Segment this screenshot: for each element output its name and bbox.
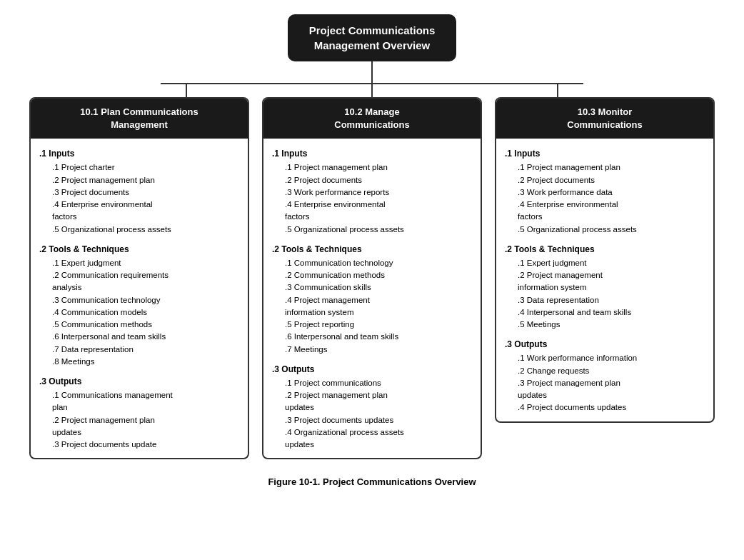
list-item: .2 Project documents [272, 174, 472, 186]
diagram-top: Project CommunicationsManagement Overvie… [94, 14, 650, 97]
section-title: .2 Tools & Techniques [39, 243, 239, 256]
list-item: .3 Project documents update [39, 439, 239, 451]
list-item: .2 Change requests [505, 365, 705, 377]
list-item: .2 Communication methods [272, 269, 472, 281]
list-item: .1 Project communications [272, 377, 472, 389]
list-item: .2 Project management plan [39, 174, 239, 186]
section-title: .3 Outputs [39, 375, 239, 388]
list-item: .1 Communication technology [272, 257, 472, 269]
list-item: .7 Meetings [272, 344, 472, 356]
list-item: .5 Organizational process assets [272, 224, 472, 236]
list-item: .1 Project management plan [505, 161, 705, 174]
list-item: .3 Work performance reports [272, 186, 472, 199]
list-item: .3 Communication skills [272, 281, 472, 294]
figure-caption: Figure 10-1. Project Communications Over… [268, 476, 476, 487]
list-item: .5 Meetings [505, 319, 705, 331]
list-item: .3 Project documents [39, 186, 239, 199]
list-item: .3 Work performance data [505, 186, 705, 199]
list-item: .3 Project documents updates [272, 414, 472, 426]
list-item: .4 Project documents updates [505, 401, 705, 414]
list-item: .8 Meetings [39, 356, 239, 368]
list-item: .7 Data representation [39, 344, 239, 356]
list-item: .4 Enterprise environmental factors [39, 199, 239, 224]
column-header-monitor: 10.3 MonitorCommunications [496, 99, 713, 139]
section-title: .3 Outputs [505, 338, 705, 351]
list-item: .2 Project management plan updates [272, 389, 472, 414]
column-body-manage: .1 Inputs.1 Project management plan.2 Pr… [263, 139, 481, 458]
section-title: .1 Inputs [272, 147, 472, 160]
column-header-manage: 10.2 ManageCommunications [263, 99, 481, 139]
list-item: .3 Data representation [505, 294, 705, 306]
column-monitor: 10.3 MonitorCommunications.1 Inputs.1 Pr… [495, 97, 715, 423]
list-item: .2 Project documents [505, 174, 705, 186]
list-item: .3 Project management plan updates [505, 377, 705, 402]
column-header-plan: 10.1 Plan CommunicationsManagement [31, 99, 248, 139]
column-connectors [94, 83, 650, 97]
top-connector [371, 61, 373, 83]
section-title: .1 Inputs [505, 147, 705, 160]
list-item: .3 Communication technology [39, 294, 239, 306]
list-item: .5 Organizational process assets [505, 224, 705, 236]
main-title-box: Project CommunicationsManagement Overvie… [288, 14, 457, 61]
section-title: .1 Inputs [39, 147, 239, 160]
list-item: .4 Enterprise environmental factors [272, 199, 472, 224]
list-item: .1 Communications management plan [39, 389, 239, 414]
column-body-monitor: .1 Inputs.1 Project management plan.2 Pr… [496, 139, 713, 421]
list-item: .4 Interpersonal and team skills [505, 306, 705, 319]
columns-container: 10.1 Plan CommunicationsManagement.1 Inp… [29, 97, 715, 459]
list-item: .5 Communication methods [39, 319, 239, 331]
main-title: Project CommunicationsManagement Overvie… [309, 24, 436, 51]
column-plan: 10.1 Plan CommunicationsManagement.1 Inp… [29, 97, 249, 459]
list-item: .2 Project management information system [505, 269, 705, 294]
list-item: .1 Expert judgment [505, 257, 705, 269]
list-item: .5 Project reporting [272, 319, 472, 331]
section-title: .2 Tools & Techniques [505, 243, 705, 256]
section-title: .3 Outputs [272, 363, 472, 376]
column-manage: 10.2 ManageCommunications.1 Inputs.1 Pro… [262, 97, 482, 459]
list-item: .2 Communication requirements analysis [39, 269, 239, 294]
list-item: .5 Organizational process assets [39, 224, 239, 236]
list-item: .4 Organizational process assets updates [272, 426, 472, 451]
section-title: .2 Tools & Techniques [272, 243, 472, 256]
list-item: .4 Project management information system [272, 294, 472, 319]
list-item: .4 Communication models [39, 306, 239, 319]
list-item: .6 Interpersonal and team skills [272, 331, 472, 343]
column-body-plan: .1 Inputs.1 Project charter.2 Project ma… [31, 139, 248, 458]
list-item: .1 Project management plan [272, 161, 472, 174]
list-item: .1 Expert judgment [39, 257, 239, 269]
list-item: .1 Work performance information [505, 352, 705, 364]
list-item: .1 Project charter [39, 161, 239, 174]
list-item: .4 Enterprise environmental factors [505, 199, 705, 224]
list-item: .6 Interpersonal and team skills [39, 331, 239, 343]
list-item: .2 Project management plan updates [39, 414, 239, 439]
